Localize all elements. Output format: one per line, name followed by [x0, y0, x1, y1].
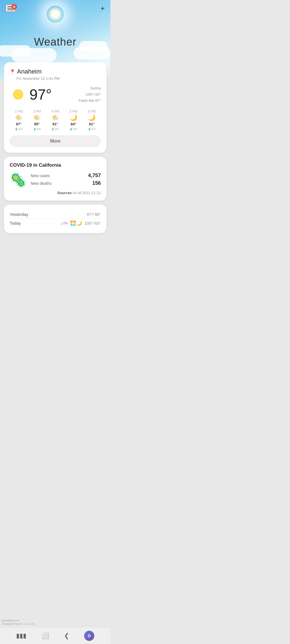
hour-item-1: 3 PM 🌤️ 95° 💧 0% [28, 110, 46, 131]
hour-temp-2: 91° [52, 122, 58, 126]
location-pin-icon: 📍 [10, 69, 15, 74]
hour-label-0: 2 PM [15, 110, 23, 113]
new-deaths-value: 156 [92, 180, 101, 186]
drop-icon-0: 💧 [15, 128, 18, 130]
covid-numbers: New cases 4,757 New deaths 156 [31, 173, 101, 188]
today-row: Today △ 0% 🌅 🌙 100°/ 63° [10, 219, 101, 227]
feels-like-label: Feels like 97° [79, 98, 101, 104]
hour-precip-1: 💧 0% [33, 127, 41, 131]
today-right: △ 0% 🌅 🌙 100°/ 63° [60, 220, 101, 226]
covid-card: COVID-19 in California 🦠 New cases 4,757… [4, 157, 106, 201]
yesterday-row: Yesterday 97°/ 66° [10, 210, 101, 219]
temp-row: 97° [10, 86, 52, 103]
today-icons: 🌅 🌙 [70, 220, 82, 226]
hour-item-3: 5 PM 🌙 84° 💧 0% [64, 110, 82, 131]
yesterday-temp: 97°/ 66° [87, 212, 101, 217]
add-location-button[interactable]: + [101, 5, 105, 12]
virus-icon: 🦠 [10, 173, 27, 187]
cloud-4 [74, 47, 110, 59]
covid-title: COVID-19 in California [10, 162, 101, 168]
hour-icon-4: 🌙 [88, 115, 95, 121]
hour-item-0: 2 PM 🌤️ 97° 💧 0% [10, 110, 28, 131]
history-card: Yesterday 97°/ 66° Today △ 0% 🌅 🌙 100°/ … [4, 205, 106, 233]
date-time: Fri, November 12 1:41 PM [16, 76, 101, 81]
covid-stats-row: 🦠 New cases 4,757 New deaths 156 [10, 173, 101, 188]
location-row: 📍 Anaheim [10, 68, 101, 75]
hour-precip-2: 💧 0% [51, 127, 59, 131]
hour-icon-0: 🌤️ [15, 115, 23, 121]
hour-item-4: 6 PM 🌙 81° 💧 0% [83, 110, 101, 131]
page-title: Weather [34, 36, 76, 48]
yesterday-label: Yesterday [10, 212, 28, 217]
drop-icon-2: 💧 [51, 128, 54, 130]
today-label: Today [10, 221, 21, 226]
weather-card: 📍 Anaheim Fri, November 12 1:41 PM 97° S… [4, 62, 106, 153]
hour-precip-4: 💧 0% [88, 127, 96, 131]
today-temp: 100°/ 63° [84, 221, 101, 226]
new-cases-value: 4,757 [88, 173, 101, 179]
current-weather-icon [10, 86, 27, 103]
hour-temp-4: 81° [89, 122, 95, 126]
sun-circle [13, 89, 23, 100]
hour-temp-3: 84° [71, 122, 76, 126]
location-name: Anaheim [17, 68, 42, 75]
hour-icon-3: 🌙 [70, 115, 77, 121]
hour-icon-2: 🌤️ [52, 115, 59, 121]
new-cases-label: New cases [31, 173, 50, 178]
hour-label-3: 5 PM [69, 110, 77, 113]
covid-source: Sources As of 2021-11-11 [10, 191, 101, 195]
header-top-bar: N + [0, 0, 110, 16]
source-label: Sources [57, 191, 72, 195]
hour-precip-3: 💧 0% [69, 127, 77, 131]
hour-label-1: 3 PM [33, 110, 41, 113]
drop-icon-4: 💧 [88, 128, 91, 130]
hour-precip-0: 💧 0% [15, 127, 23, 131]
weather-details: Sunny 100°/ 63° Feels like 97° [79, 85, 101, 104]
current-weather-section: 97° Sunny 100°/ 63° Feels like 97° [10, 85, 101, 104]
precip-arrow: △ [60, 221, 63, 225]
hour-item-2: 4 PM 🌤️ 91° 💧 0% [46, 110, 64, 131]
new-deaths-row: New deaths 156 [31, 180, 101, 186]
menu-line-3 [7, 10, 14, 10]
drop-icon-1: 💧 [33, 128, 36, 130]
hourly-forecast-row: 2 PM 🌤️ 97° 💧 0% 3 PM 🌤️ 95° 💧 0% 4 PM [10, 110, 101, 131]
new-cases-row: New cases 4,757 [31, 173, 101, 179]
current-temperature: 97° [29, 86, 52, 103]
drop-icon-3: 💧 [69, 128, 72, 130]
hour-icon-1: 🌤️ [33, 115, 41, 121]
condition-label: Sunny [79, 85, 101, 91]
virus-emoji: 🦠 [10, 173, 27, 188]
new-deaths-label: New deaths [31, 181, 52, 186]
menu-button[interactable]: N [6, 5, 15, 12]
hour-temp-0: 97° [16, 122, 22, 126]
hour-label-2: 4 PM [51, 110, 59, 113]
main-content: 📍 Anaheim Fri, November 12 1:41 PM 97° S… [0, 62, 110, 242]
today-precip: △ 0% [60, 221, 68, 225]
notification-badge: N [11, 4, 17, 10]
today-sun-icon: 🌅 [70, 220, 76, 226]
hour-temp-1: 95° [34, 122, 40, 126]
hour-label-4: 6 PM [88, 110, 96, 113]
cloud-2 [11, 48, 57, 62]
more-button[interactable]: More [10, 135, 101, 147]
high-low-label: 100°/ 63° [79, 91, 101, 98]
today-moon-icon: 🌙 [76, 220, 82, 226]
